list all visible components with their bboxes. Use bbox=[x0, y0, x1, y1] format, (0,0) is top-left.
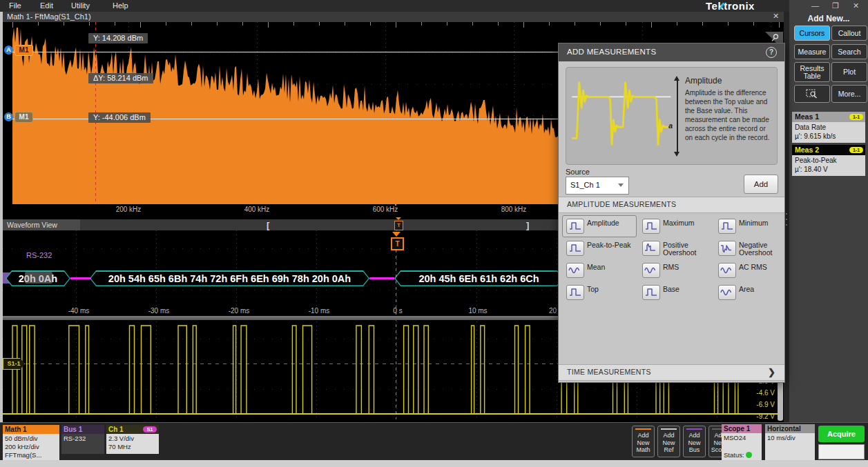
time-measurements-header[interactable]: TIME MEASUREMENTS ❯ bbox=[559, 364, 784, 381]
measurement-negative-overshoot[interactable]: Negative Overshoot bbox=[716, 239, 789, 259]
horizontal-badge[interactable]: Horizontal 10 ms/div bbox=[765, 424, 815, 461]
measurement-peak-to-peak[interactable]: Peak-to-Peak bbox=[564, 239, 637, 259]
cursor-y1-readout: Y: 14.208 dBm bbox=[88, 33, 148, 43]
waveform-view-tab[interactable]: Waveform View bbox=[3, 219, 80, 230]
amplitude-icon bbox=[566, 219, 584, 234]
measurement-maximum[interactable]: Maximum bbox=[640, 217, 713, 237]
top-icon bbox=[566, 285, 584, 300]
cursors-button[interactable]: Cursors bbox=[794, 26, 830, 41]
info-text: Amplitude is the difference between the … bbox=[685, 88, 773, 142]
freq-label-800k: 800 kHz bbox=[501, 206, 527, 213]
ch1-badge[interactable]: Ch 1 S1 2.3 V/div 70 MHz bbox=[106, 425, 159, 454]
measurement-ac-rms[interactable]: AC RMS bbox=[716, 261, 789, 281]
trigger-arrow-icon bbox=[392, 232, 401, 237]
measure-button[interactable]: Measure bbox=[794, 44, 830, 59]
scope1-badge[interactable]: Scope 1 MSO24 Status: bbox=[722, 424, 762, 461]
app-frame-bottom bbox=[0, 460, 868, 467]
add-new-bus-button[interactable]: AddNewBus bbox=[683, 426, 706, 457]
fft-view-titlebar: Math 1- FftMag(S1_Ch1) ✕ bbox=[3, 12, 784, 22]
menu-file[interactable]: File bbox=[9, 1, 21, 10]
meas2-source-pill: 1-1 bbox=[849, 147, 863, 153]
menu-edit[interactable]: Edit bbox=[40, 1, 53, 10]
cursor-a-m1-badge[interactable]: M1 bbox=[15, 45, 33, 56]
bus-decode-label: RS-232 bbox=[26, 251, 52, 259]
source-dropdown[interactable]: S1_Ch 1 bbox=[566, 177, 629, 195]
source-b-badge[interactable]: B bbox=[4, 112, 13, 121]
vertical-scrollbar[interactable] bbox=[778, 381, 783, 421]
measurement-minimum[interactable]: Minimum bbox=[716, 217, 789, 237]
bus-packet-3: 20h 45h 6Eh 61h 62h 6Ch bbox=[394, 270, 563, 286]
measurement-amplitude[interactable]: Amplitude bbox=[564, 217, 637, 237]
base-icon bbox=[642, 285, 660, 300]
meas1-value: µ': 9.615 kb/s bbox=[795, 132, 865, 141]
help-icon[interactable]: ? bbox=[766, 47, 777, 58]
callout-button[interactable]: Callout bbox=[831, 26, 867, 41]
zoom-bracket-right[interactable]: ] bbox=[526, 220, 529, 230]
bus-idle-line bbox=[369, 277, 394, 279]
time-label: -30 ms bbox=[148, 307, 170, 315]
amplitude-arrow-label: a bbox=[668, 121, 673, 130]
measurement-positive-overshoot[interactable]: Positive Overshoot bbox=[640, 239, 713, 259]
restore-icon[interactable]: ❐ bbox=[832, 1, 839, 10]
bus-packet-1: 20h 0Ah bbox=[6, 270, 70, 286]
acquire-status-box[interactable] bbox=[818, 444, 865, 459]
mean-icon bbox=[566, 263, 584, 278]
fft-close-icon[interactable]: ✕ bbox=[773, 12, 779, 21]
voltage-label: -6.9 V bbox=[732, 401, 775, 408]
tektronix-logo: Tektronix bbox=[706, 0, 755, 12]
close-icon[interactable]: ✕ bbox=[853, 1, 859, 10]
measurement-base[interactable]: Base bbox=[640, 284, 713, 303]
time-label: -20 ms bbox=[229, 307, 250, 315]
trigger-freq-tick bbox=[395, 200, 396, 206]
peak-to-peak-icon bbox=[566, 241, 584, 256]
measurement-top[interactable]: Top bbox=[564, 284, 637, 303]
maximum-icon bbox=[642, 219, 660, 234]
menu-bar: File Edit Utility Help Tektronix bbox=[0, 0, 789, 12]
dialog-titlebar[interactable]: ADD MEASUREMENTS ? bbox=[559, 43, 784, 61]
zoom-mode-button[interactable] bbox=[794, 85, 830, 103]
add-button[interactable]: Add bbox=[744, 175, 778, 194]
menu-help[interactable]: Help bbox=[113, 1, 128, 10]
add-new-math-button[interactable]: AddNewMath bbox=[632, 426, 655, 457]
bus-idle-line bbox=[70, 277, 90, 279]
meas2-badge[interactable]: Meas 2 1-1 Peak-to-Peak µ': 18.40 V bbox=[792, 145, 865, 176]
trigger-position-marker[interactable]: T bbox=[394, 221, 403, 230]
plot-button[interactable]: Plot bbox=[831, 62, 867, 82]
acquire-button[interactable]: Acquire bbox=[818, 426, 865, 442]
add-new-ref-button[interactable]: AddNewRef bbox=[657, 426, 680, 457]
menu-utility[interactable]: Utility bbox=[71, 1, 90, 10]
more-button[interactable]: More... bbox=[831, 85, 867, 103]
meas2-type: Peak-to-Peak bbox=[795, 156, 865, 165]
cursor-b-m1-badge[interactable]: M1 bbox=[15, 112, 33, 123]
meas1-badge[interactable]: Meas 1 1-1 Data Rate µ': 9.615 kb/s bbox=[792, 112, 865, 143]
area-icon bbox=[718, 285, 736, 300]
cursor-y2-readout: Y: -44.006 dBm bbox=[88, 112, 151, 123]
add-measurements-dialog: ADD MEASUREMENTS ? a Amplitude Amplitude… bbox=[558, 43, 785, 383]
arrowhead-down bbox=[674, 152, 679, 157]
meas1-source-pill: 1-1 bbox=[849, 114, 863, 120]
cursor-ghost-overlay bbox=[25, 272, 52, 284]
zoom-box-icon bbox=[806, 89, 818, 99]
right-sidebar: — ❐ ✕ Add New... Cursors Callout Measure… bbox=[789, 0, 868, 422]
chevron-down-icon bbox=[618, 183, 624, 187]
source-dropdown-value: S1_Ch 1 bbox=[570, 181, 600, 189]
math1-badge[interactable]: Math 1 50 dBm/div 200 kHz/div FFTmag(S..… bbox=[3, 425, 59, 461]
search-button[interactable]: Search bbox=[831, 44, 867, 59]
rms-icon bbox=[642, 263, 660, 278]
measurement-rms[interactable]: RMS bbox=[640, 261, 713, 281]
positive-overshoot-icon bbox=[642, 241, 660, 256]
chevron-right-icon[interactable]: ❯ bbox=[768, 367, 775, 377]
bus1-badge[interactable]: Bus 1 RS-232 bbox=[61, 425, 104, 454]
bottom-settings-bar: Math 1 50 dBm/div 200 kHz/div FFTmag(S..… bbox=[0, 422, 868, 461]
info-title: Amplitude bbox=[685, 76, 722, 86]
trigger-flag[interactable]: T bbox=[391, 237, 404, 250]
time-label: 0 s bbox=[393, 307, 402, 315]
ch1-source-pill: S1 bbox=[143, 426, 157, 433]
measurement-area[interactable]: Area bbox=[716, 284, 789, 303]
source-a-badge[interactable]: A bbox=[4, 46, 13, 54]
measurement-mean[interactable]: Mean bbox=[564, 261, 637, 281]
results-table-button[interactable]: Results Table bbox=[794, 62, 830, 82]
minimize-icon[interactable]: — bbox=[811, 1, 819, 10]
zoom-bracket-left[interactable]: [ bbox=[267, 220, 269, 230]
time-label: -10 ms bbox=[309, 307, 330, 315]
